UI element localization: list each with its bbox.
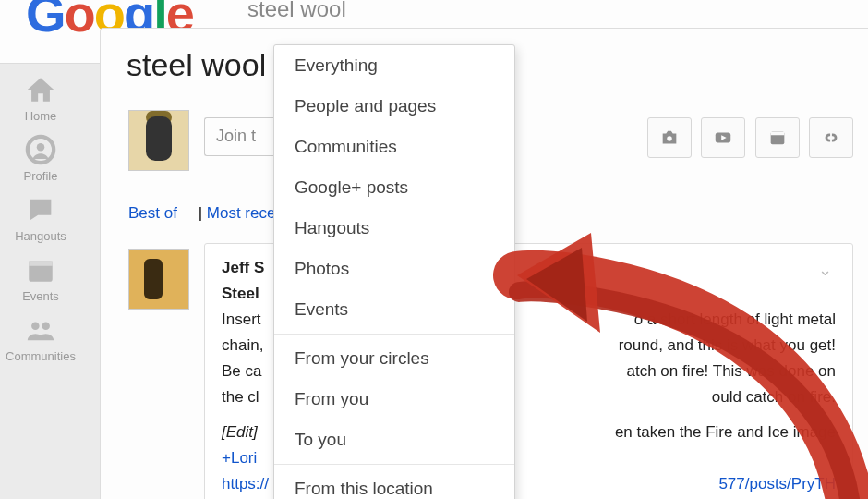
dd-people[interactable]: People and pages: [274, 86, 514, 127]
dd-separator: [274, 334, 514, 335]
add-event-button[interactable]: [755, 117, 800, 158]
dd-communities[interactable]: Communities: [274, 127, 514, 167]
post-text: o a short length of light metal: [634, 307, 836, 333]
video-icon: [713, 128, 733, 148]
post-mention[interactable]: +Lori: [222, 445, 257, 471]
nav-home-label: Home: [0, 109, 81, 123]
add-video-button[interactable]: [701, 117, 745, 158]
dd-from-circles[interactable]: From your circles: [274, 338, 514, 379]
dd-separator: [274, 464, 514, 465]
link-icon: [821, 128, 841, 148]
dd-from-you[interactable]: From you: [274, 379, 514, 420]
post-text: ould catch on fire.: [712, 384, 836, 410]
communities-icon: [25, 314, 56, 346]
search-input[interactable]: steel wool: [247, 0, 346, 22]
home-icon: [25, 74, 56, 105]
event-icon: [767, 128, 788, 148]
filter-best[interactable]: Best of: [128, 204, 177, 223]
post-link[interactable]: 577/posts/PryTH: [718, 471, 836, 497]
avatar[interactable]: [128, 249, 189, 310]
nav-communities[interactable]: Communities: [0, 314, 81, 363]
post-text: Be ca: [222, 359, 261, 384]
post-text: en taken the Fire and Ice image: [615, 420, 836, 445]
post-text: the cl: [222, 384, 259, 410]
post-link[interactable]: https://: [222, 471, 269, 497]
post-author[interactable]: Jeff S: [222, 259, 264, 276]
nav-communities-label: Communities: [0, 349, 81, 363]
nav-hangouts[interactable]: Hangouts: [0, 194, 81, 243]
nav-events-label: Events: [0, 289, 81, 303]
filter-sep: |: [199, 204, 207, 222]
logo-g: G: [26, 0, 65, 43]
nav-hangouts-label: Hangouts: [0, 229, 81, 243]
post-edit-tag: [Edit]: [222, 420, 258, 445]
result-filters: Best of | Most recen: [128, 204, 284, 232]
post-menu-button[interactable]: ⌄: [818, 257, 832, 283]
nav-home[interactable]: Home: [0, 74, 81, 123]
profile-icon: [25, 134, 56, 165]
page-title: steel wool: [127, 47, 266, 83]
post-subject: Steel: [222, 285, 259, 302]
add-link-button[interactable]: [809, 117, 853, 158]
dd-to-you[interactable]: To you: [274, 420, 514, 460]
post-text: chain,: [222, 333, 263, 359]
svg-point-4: [31, 323, 40, 331]
add-photo-button[interactable]: [647, 117, 692, 158]
dd-events[interactable]: Events: [274, 289, 514, 330]
dd-photos[interactable]: Photos: [274, 249, 514, 289]
svg-rect-10: [770, 132, 784, 136]
dd-from-location[interactable]: From this location: [274, 469, 514, 499]
left-nav: Home Profile Hangouts Events Communities: [0, 63, 81, 499]
hangouts-icon: [25, 194, 56, 225]
dd-everything[interactable]: Everything: [274, 45, 514, 86]
post-text: atch on fire! This was done on: [627, 359, 837, 384]
events-icon: [25, 254, 56, 286]
logo-o1: o: [65, 0, 94, 43]
post-text: round, and this is what you get!: [619, 333, 836, 359]
nav-events[interactable]: Events: [0, 254, 81, 303]
nav-profile[interactable]: Profile: [0, 134, 81, 183]
dd-googleplus-posts[interactable]: Google+ posts: [274, 167, 514, 208]
share-icon-row: [642, 117, 853, 156]
svg-point-1: [37, 143, 45, 152]
svg-rect-3: [29, 261, 53, 266]
svg-point-5: [42, 323, 50, 331]
nav-profile-label: Profile: [0, 169, 81, 183]
post-text: Insert: [222, 307, 261, 333]
svg-point-6: [667, 136, 672, 141]
search-filter-dropdown[interactable]: Everything People and pages Communities …: [273, 44, 515, 499]
dd-hangouts[interactable]: Hangouts: [274, 208, 514, 249]
avatar[interactable]: [128, 110, 189, 171]
camera-icon: [659, 128, 680, 148]
